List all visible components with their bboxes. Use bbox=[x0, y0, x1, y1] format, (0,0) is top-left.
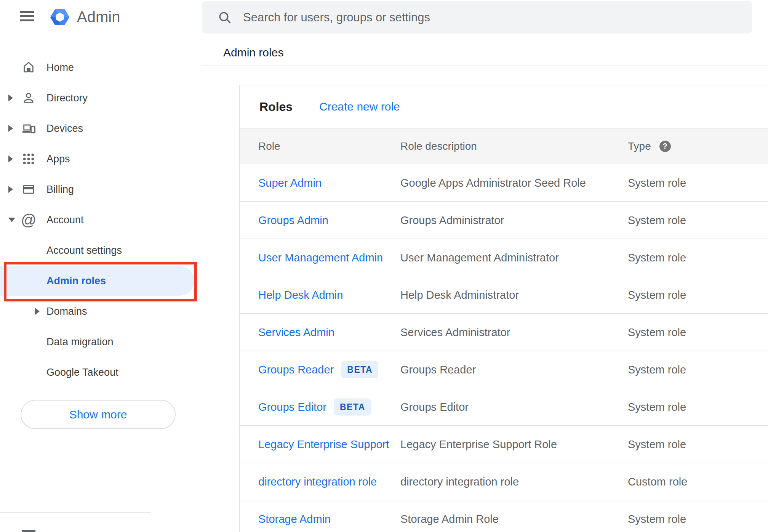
role-link[interactable]: Legacy Enterprise Support bbox=[258, 438, 389, 450]
sidebar-item-label: Account bbox=[46, 214, 84, 226]
role-type: System role bbox=[628, 401, 686, 413]
roles-card: Roles Create new role Role Role descript… bbox=[239, 85, 768, 532]
table-row: Services Admin Services Administrator Sy… bbox=[240, 314, 768, 351]
role-link[interactable]: Groups Reader bbox=[258, 363, 334, 376]
sidebar-item-directory[interactable]: Directory bbox=[0, 83, 202, 113]
table-row: Help Desk Admin Help Desk Administrator … bbox=[240, 276, 768, 314]
sidebar-item-label: Domains bbox=[46, 306, 87, 317]
expand-arrow-icon[interactable] bbox=[8, 218, 15, 222]
beta-badge: BETA bbox=[334, 398, 371, 415]
sidebar-bottom-divider bbox=[0, 512, 151, 513]
table-row: Groups Reader BETA Groups Reader System … bbox=[240, 351, 768, 388]
role-type: System role bbox=[628, 438, 686, 450]
hamburger-menu-icon[interactable] bbox=[20, 11, 34, 21]
billing-icon bbox=[21, 182, 36, 197]
sidebar-item-domains[interactable]: Domains bbox=[0, 296, 202, 327]
role-description: Google Apps Administrator Seed Role bbox=[400, 176, 586, 189]
role-type: System role bbox=[628, 326, 686, 338]
table-row: Super Admin Google Apps Administrator Se… bbox=[240, 164, 768, 202]
table-row: Legacy Enterprise Support Legacy Enterpr… bbox=[240, 426, 768, 463]
roles-title: Roles bbox=[259, 100, 293, 114]
sidebar-item-admin-roles[interactable]: Admin roles bbox=[0, 266, 202, 296]
role-link[interactable]: Storage Admin bbox=[258, 513, 331, 525]
expand-arrow-icon[interactable] bbox=[8, 155, 13, 162]
sidebar-item-label: Directory bbox=[46, 92, 88, 104]
role-description: Groups Reader bbox=[400, 363, 476, 376]
sidebar-item-label: Data migration bbox=[46, 336, 114, 348]
sidebar-item-label: Google Takeout bbox=[46, 367, 118, 378]
search-input[interactable] bbox=[243, 11, 741, 24]
column-header-role: Role bbox=[258, 140, 280, 152]
search-bar bbox=[202, 1, 752, 34]
column-header-type-label: Type bbox=[628, 140, 651, 152]
table-row: Groups Editor BETA Groups Editor System … bbox=[240, 388, 768, 426]
roles-card-header: Roles Create new role bbox=[240, 85, 768, 128]
expand-arrow-icon[interactable] bbox=[8, 125, 13, 132]
home-icon bbox=[21, 60, 36, 75]
sidebar-item-home[interactable]: Home bbox=[0, 52, 202, 83]
role-link[interactable]: directory integration role bbox=[258, 475, 377, 488]
expand-arrow-icon[interactable] bbox=[8, 186, 13, 193]
table-row: Storage Admin Storage Admin Role System … bbox=[240, 500, 768, 532]
sidebar: Admin Home Directory Devices Apps Billin… bbox=[0, 0, 202, 532]
sidebar-item-label: Admin roles bbox=[46, 275, 106, 287]
role-link[interactable]: Groups Editor bbox=[258, 401, 326, 413]
role-description: Services Administrator bbox=[400, 326, 510, 338]
role-type: System role bbox=[628, 251, 686, 264]
sidebar-item-account-settings[interactable]: Account settings bbox=[0, 235, 202, 266]
table-row: directory integration role directory int… bbox=[240, 463, 768, 500]
roles-table-body: Super Admin Google Apps Administrator Se… bbox=[240, 164, 768, 532]
app-title: Admin bbox=[77, 8, 120, 26]
role-link[interactable]: Super Admin bbox=[258, 176, 322, 189]
table-row: User Management Admin User Management Ad… bbox=[240, 239, 768, 276]
sidebar-item-account[interactable]: @ Account bbox=[0, 205, 202, 235]
role-description: Groups Administrator bbox=[400, 214, 504, 226]
column-header-type: Type ? bbox=[628, 140, 671, 152]
beta-badge: BETA bbox=[341, 361, 378, 378]
role-type: System role bbox=[628, 288, 686, 301]
role-description: Groups Editor bbox=[400, 401, 469, 413]
help-icon[interactable]: ? bbox=[659, 141, 671, 152]
header-divider bbox=[202, 66, 768, 66]
person-icon bbox=[21, 90, 36, 106]
column-header-description: Role description bbox=[400, 140, 477, 152]
admin-logo-icon bbox=[48, 6, 72, 29]
role-description: directory integration role bbox=[400, 475, 519, 488]
role-type: System role bbox=[628, 363, 686, 376]
role-link[interactable]: Help Desk Admin bbox=[258, 288, 343, 301]
sidebar-item-label: Billing bbox=[46, 184, 74, 195]
sidebar-item-label: Devices bbox=[46, 123, 83, 135]
role-description: Help Desk Administrator bbox=[400, 288, 519, 301]
role-link[interactable]: Groups Admin bbox=[258, 214, 328, 226]
sidebar-item-apps[interactable]: Apps bbox=[0, 144, 202, 174]
sidebar-item-billing[interactable]: Billing bbox=[0, 174, 202, 205]
create-new-role-link[interactable]: Create new role bbox=[319, 100, 400, 113]
sidebar-nav: Home Directory Devices Apps Billing @ Ac… bbox=[0, 52, 202, 388]
show-more-button[interactable]: Show more bbox=[21, 400, 176, 429]
role-link[interactable]: User Management Admin bbox=[258, 251, 383, 264]
breadcrumb: Admin roles bbox=[223, 46, 283, 59]
role-link[interactable]: Services Admin bbox=[258, 326, 334, 338]
role-type: System role bbox=[628, 176, 686, 189]
apps-icon bbox=[21, 151, 36, 167]
role-description: Legacy Enterprise Support Role bbox=[400, 438, 557, 450]
devices-icon bbox=[21, 121, 36, 136]
role-type: System role bbox=[628, 513, 686, 525]
sidebar-item-devices[interactable]: Devices bbox=[0, 113, 202, 144]
sidebar-item-label: Account settings bbox=[46, 245, 122, 256]
role-type: Custom role bbox=[628, 475, 687, 488]
table-row: Groups Admin Groups Administrator System… bbox=[240, 202, 768, 239]
role-type: System role bbox=[628, 214, 686, 226]
sidebar-header: Admin bbox=[0, 0, 202, 34]
sidebar-item-data-migration[interactable]: Data migration bbox=[0, 327, 202, 357]
at-icon: @ bbox=[21, 212, 36, 228]
partial-clipped-icon bbox=[22, 530, 35, 532]
role-description: User Management Administrator bbox=[400, 251, 559, 264]
expand-arrow-icon[interactable] bbox=[35, 308, 40, 315]
search-icon bbox=[217, 10, 232, 25]
sidebar-item-label: Home bbox=[46, 62, 74, 74]
expand-arrow-icon[interactable] bbox=[8, 95, 13, 101]
sidebar-item-google-takeout[interactable]: Google Takeout bbox=[0, 357, 202, 388]
sidebar-item-label: Apps bbox=[46, 153, 70, 165]
role-description: Storage Admin Role bbox=[400, 513, 499, 525]
